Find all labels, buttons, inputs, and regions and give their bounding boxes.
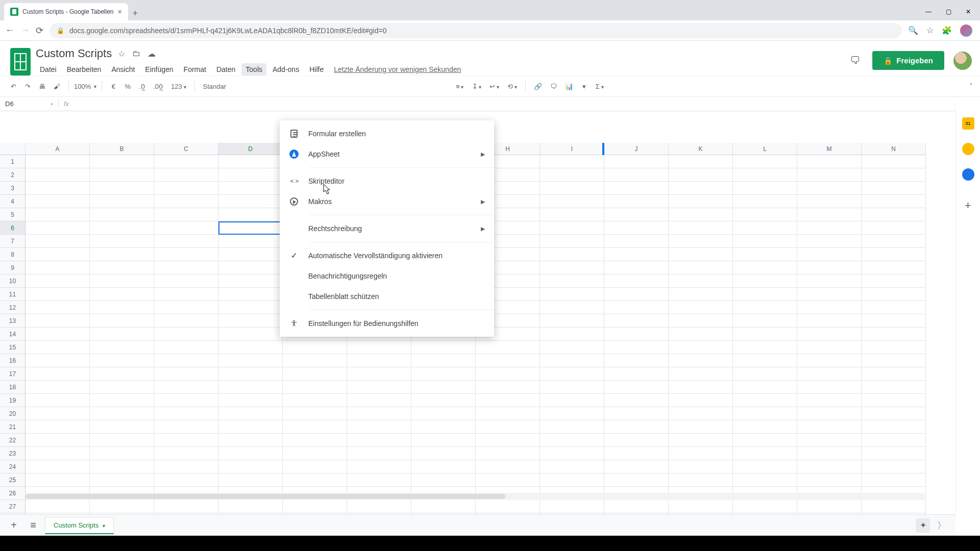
cell[interactable]: [604, 274, 669, 288]
comments-button[interactable]: 🗨: [847, 53, 863, 69]
scrollbar-thumb[interactable]: [26, 494, 505, 499]
cell[interactable]: [154, 155, 218, 168]
cell[interactable]: [154, 301, 218, 314]
cell[interactable]: [90, 314, 154, 328]
cell[interactable]: [604, 221, 669, 235]
cell[interactable]: [733, 168, 797, 182]
cell[interactable]: [90, 274, 154, 288]
cell[interactable]: [90, 261, 154, 274]
cell[interactable]: [476, 367, 540, 381]
cell[interactable]: [411, 341, 476, 354]
browser-tab[interactable]: Custom Scripts - Google Tabellen ×: [4, 3, 128, 20]
cell[interactable]: [540, 460, 604, 473]
sheet-tab-menu-icon[interactable]: [103, 521, 105, 529]
cell[interactable]: [604, 473, 669, 487]
cell[interactable]: [862, 235, 926, 248]
cell[interactable]: [540, 394, 604, 407]
cell[interactable]: [540, 208, 604, 221]
cell[interactable]: [476, 341, 540, 354]
cell[interactable]: [797, 314, 862, 328]
close-tab-icon[interactable]: ×: [118, 8, 122, 16]
cell[interactable]: [669, 235, 733, 248]
cell[interactable]: [476, 394, 540, 407]
menu-item-script-editor[interactable]: Skripteditor: [280, 171, 494, 191]
column-header[interactable]: C: [154, 143, 218, 155]
rotate-button[interactable]: ⟲: [504, 81, 520, 92]
cell[interactable]: [733, 354, 797, 367]
cell[interactable]: [540, 473, 604, 487]
row-header[interactable]: 19: [0, 394, 26, 407]
cell[interactable]: [283, 420, 347, 434]
filter-button[interactable]: ▾: [578, 81, 591, 92]
menu-edit[interactable]: Bearbeiten: [63, 63, 106, 76]
cell[interactable]: [540, 155, 604, 168]
cell[interactable]: [26, 301, 90, 314]
cell[interactable]: [604, 155, 669, 168]
cell[interactable]: [733, 155, 797, 168]
star-icon[interactable]: ☆: [926, 26, 934, 35]
row-header[interactable]: 12: [0, 301, 26, 314]
cell[interactable]: [862, 155, 926, 168]
cell[interactable]: [604, 420, 669, 434]
cell[interactable]: [283, 407, 347, 420]
cell[interactable]: [604, 168, 669, 182]
move-doc-icon[interactable]: 🗀: [132, 49, 140, 59]
close-window-icon[interactable]: ✕: [966, 8, 971, 15]
cell[interactable]: [411, 447, 476, 460]
cell[interactable]: [476, 473, 540, 487]
cell[interactable]: [669, 168, 733, 182]
cell[interactable]: [26, 420, 90, 434]
cell[interactable]: [669, 221, 733, 235]
cell[interactable]: [154, 221, 218, 235]
cell[interactable]: [154, 460, 218, 473]
cell[interactable]: [283, 500, 347, 513]
cell[interactable]: [218, 434, 283, 447]
cell[interactable]: [540, 235, 604, 248]
cell[interactable]: [733, 460, 797, 473]
cell[interactable]: [26, 447, 90, 460]
comment-button[interactable]: 🗨: [547, 81, 560, 92]
cell[interactable]: [283, 460, 347, 473]
wrap-button[interactable]: ↩: [486, 81, 502, 92]
cell[interactable]: [733, 208, 797, 221]
row-header[interactable]: 8: [0, 248, 26, 261]
cell[interactable]: [26, 288, 90, 301]
undo-button[interactable]: ↶: [7, 81, 19, 92]
cell[interactable]: [218, 168, 283, 182]
cell[interactable]: [218, 354, 283, 367]
cell[interactable]: [218, 261, 283, 274]
side-panel-toggle[interactable]: 〉: [934, 519, 949, 532]
cell[interactable]: [797, 155, 862, 168]
column-header[interactable]: M: [797, 143, 862, 155]
cell[interactable]: [797, 447, 862, 460]
cell[interactable]: [797, 301, 862, 314]
cell[interactable]: [862, 301, 926, 314]
cell[interactable]: [347, 473, 411, 487]
cell[interactable]: [154, 235, 218, 248]
cell[interactable]: [733, 235, 797, 248]
column-header[interactable]: N: [862, 143, 926, 155]
cell[interactable]: [862, 381, 926, 394]
row-header[interactable]: 18: [0, 381, 26, 394]
sheet-tab[interactable]: Custom Scripts: [45, 517, 114, 534]
cell[interactable]: [733, 261, 797, 274]
cell[interactable]: [411, 394, 476, 407]
cell[interactable]: [669, 394, 733, 407]
cell[interactable]: [862, 208, 926, 221]
menu-addons[interactable]: Add-ons: [268, 63, 303, 76]
cell[interactable]: [154, 394, 218, 407]
cell[interactable]: [476, 447, 540, 460]
cell[interactable]: [604, 261, 669, 274]
cell[interactable]: [540, 261, 604, 274]
menu-item-macros[interactable]: Makros ▶: [280, 191, 494, 212]
cell[interactable]: [218, 208, 283, 221]
cell[interactable]: [733, 381, 797, 394]
row-header[interactable]: 27: [0, 500, 26, 513]
cell[interactable]: [733, 407, 797, 420]
cell[interactable]: [283, 341, 347, 354]
cell[interactable]: [604, 460, 669, 473]
cell[interactable]: [283, 394, 347, 407]
cell[interactable]: [154, 274, 218, 288]
cell[interactable]: [669, 288, 733, 301]
cell[interactable]: [669, 274, 733, 288]
